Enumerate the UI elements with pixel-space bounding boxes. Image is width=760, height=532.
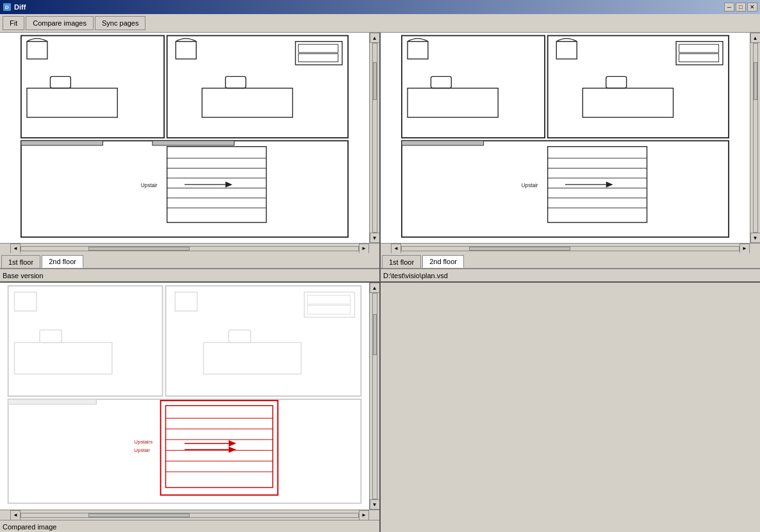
floor-plan-lower-left: Upstairs Upstair — [0, 283, 369, 510]
upper-right-vscroll[interactable]: ▲ ▼ — [750, 33, 760, 243]
upper-left-tabbar: 1st floor 2nd floor — [0, 253, 379, 269]
upper-left-panel: Upstair ▲ ▼ ◄ — [0, 33, 381, 281]
lower-left-hscroll[interactable]: ◄ ► — [0, 510, 379, 520]
upper-left-diagram: Upstair — [0, 33, 369, 243]
svg-rect-55 — [175, 292, 197, 312]
svg-text:Upstair: Upstair — [134, 447, 150, 453]
svg-rect-32 — [556, 42, 577, 59]
svg-rect-35 — [676, 42, 723, 65]
scroll-up-arrow-ll[interactable]: ▲ — [370, 283, 380, 293]
scroll-down-arrow-ll[interactable]: ▼ — [370, 499, 380, 510]
tab-1st-floor-left[interactable]: 1st floor — [1, 255, 40, 268]
floor-plan-upper-right: Upstair — [381, 33, 750, 243]
hscroll-thumb-ll[interactable] — [88, 513, 190, 517]
svg-rect-37 — [679, 54, 719, 62]
svg-rect-57 — [229, 330, 251, 343]
hscroll-track-r[interactable] — [401, 246, 739, 251]
svg-rect-63 — [166, 406, 273, 488]
svg-rect-61 — [8, 399, 97, 404]
svg-rect-8 — [176, 42, 196, 59]
scroll-left-arrow-ll[interactable]: ◄ — [10, 510, 21, 520]
svg-rect-62 — [161, 401, 278, 495]
app-icon: D — [3, 3, 12, 12]
svg-rect-3 — [167, 36, 348, 138]
svg-rect-13 — [299, 54, 338, 62]
upper-left-status: Base version — [0, 269, 379, 281]
upper-right-panel: Upstair ▲ ▼ ◄ — [381, 33, 760, 281]
svg-rect-14 — [21, 141, 103, 145]
close-button[interactable]: ✕ — [747, 3, 757, 12]
svg-text:Upstair: Upstair — [522, 183, 538, 188]
scroll-up-arrow[interactable]: ▲ — [370, 33, 380, 43]
hscroll-track[interactable] — [21, 246, 359, 251]
window-title: Diff — [14, 3, 26, 11]
svg-rect-56 — [204, 342, 301, 374]
svg-text:D: D — [5, 4, 9, 10]
scroll-right-arrow-ll[interactable]: ► — [359, 510, 369, 520]
maximize-button[interactable]: □ — [736, 3, 746, 12]
lower-left-status: Compared image — [0, 520, 379, 532]
hscroll-thumb-r[interactable] — [469, 247, 570, 251]
svg-marker-73 — [229, 447, 236, 453]
hscroll-thumb[interactable] — [88, 247, 190, 251]
svg-rect-5 — [27, 42, 47, 59]
svg-rect-38 — [402, 141, 484, 145]
hscroll-track-ll[interactable] — [21, 513, 359, 518]
scroll-down-arrow-r[interactable]: ▼ — [750, 233, 761, 243]
svg-marker-47 — [606, 181, 613, 187]
scroll-up-arrow-r[interactable]: ▲ — [750, 33, 761, 43]
svg-rect-53 — [15, 342, 112, 374]
svg-rect-58 — [304, 292, 355, 317]
scroll-right-arrow-r[interactable]: ► — [739, 244, 750, 254]
tab-2nd-floor-left[interactable]: 2nd floor — [42, 255, 83, 268]
scroll-down-arrow[interactable]: ▼ — [370, 233, 380, 243]
vscroll-track[interactable] — [372, 43, 377, 233]
svg-rect-30 — [408, 88, 498, 118]
window-controls: ─ □ ✕ — [724, 3, 757, 12]
svg-rect-49 — [8, 286, 163, 396]
svg-rect-26 — [402, 36, 545, 138]
svg-rect-54 — [40, 330, 62, 343]
vscroll-thumb[interactable] — [373, 62, 377, 100]
svg-marker-24 — [226, 181, 233, 187]
svg-rect-9 — [202, 88, 292, 118]
svg-text:Upstair: Upstair — [141, 183, 158, 188]
vscroll-track-ll[interactable] — [372, 293, 377, 499]
vscroll-track-r[interactable] — [753, 43, 758, 233]
floor-plan-upper-left: Upstair — [0, 33, 369, 243]
svg-rect-34 — [606, 76, 627, 88]
svg-rect-33 — [582, 88, 673, 118]
svg-rect-10 — [226, 76, 246, 88]
minimize-button[interactable]: ─ — [724, 3, 734, 12]
lower-left-panel: Upstairs Upstair ▲ ▼ — [0, 283, 381, 532]
upper-left-hscroll[interactable]: ◄ ► — [0, 243, 379, 253]
svg-rect-15 — [153, 141, 235, 145]
svg-rect-60 — [308, 305, 351, 314]
compare-images-button[interactable]: Compare images — [26, 16, 94, 30]
upper-left-vscroll[interactable]: ▲ ▼ — [369, 33, 379, 243]
scroll-left-arrow[interactable]: ◄ — [10, 244, 21, 254]
svg-rect-52 — [15, 292, 37, 312]
lower-left-diagram: Upstairs Upstair — [0, 283, 369, 510]
fit-button[interactable]: Fit — [3, 16, 24, 30]
svg-rect-59 — [308, 295, 351, 304]
tab-2nd-floor-right[interactable]: 2nd floor — [422, 255, 464, 268]
tab-1st-floor-right[interactable]: 1st floor — [382, 255, 421, 268]
svg-text:Upstairs: Upstairs — [134, 439, 153, 445]
toolbar: Fit Compare images Sync pages — [0, 14, 760, 33]
scroll-left-arrow-r[interactable]: ◄ — [391, 244, 401, 254]
svg-rect-7 — [50, 76, 70, 88]
lower-right-panel — [381, 283, 760, 532]
svg-rect-29 — [408, 42, 428, 59]
title-bar: D Diff ─ □ ✕ — [0, 0, 760, 14]
vscroll-thumb-r[interactable] — [754, 62, 757, 100]
sync-pages-button[interactable]: Sync pages — [95, 16, 145, 30]
vscroll-thumb-ll[interactable] — [373, 314, 377, 355]
svg-rect-31 — [431, 76, 451, 88]
svg-rect-36 — [679, 44, 719, 53]
lower-left-vscroll[interactable]: ▲ ▼ — [369, 283, 379, 510]
upper-right-hscroll[interactable]: ◄ ► — [381, 243, 760, 253]
upper-right-tabbar: 1st floor 2nd floor — [381, 253, 760, 269]
svg-rect-2 — [21, 36, 164, 138]
scroll-right-arrow[interactable]: ► — [359, 244, 369, 254]
